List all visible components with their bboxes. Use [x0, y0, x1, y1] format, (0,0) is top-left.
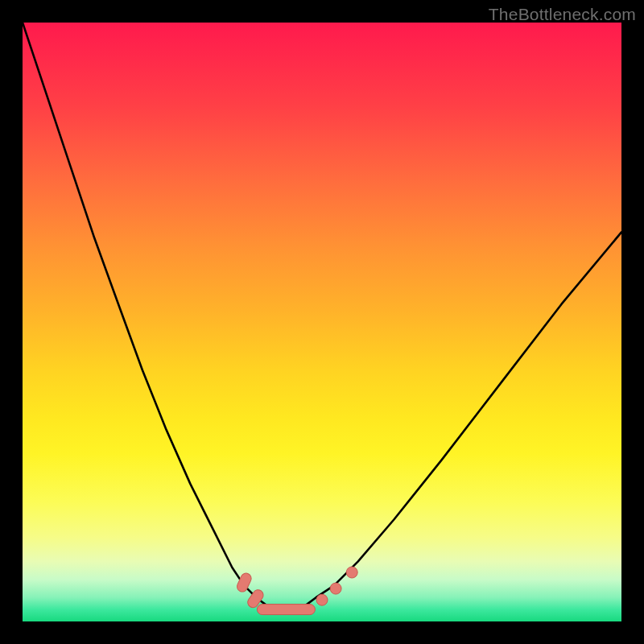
chart-frame: TheBottleneck.com [0, 0, 644, 644]
marker-dot [346, 567, 357, 578]
watermark-text: TheBottleneck.com [489, 5, 636, 24]
bottleneck-curve [23, 23, 621, 609]
marker-dot [316, 594, 328, 605]
marker-capsule [257, 605, 315, 615]
bottleneck-curve-path [23, 23, 621, 609]
plot-area [23, 23, 621, 621]
highlight-markers [235, 567, 357, 615]
curve-layer [23, 23, 621, 621]
marker-dot [330, 583, 341, 594]
